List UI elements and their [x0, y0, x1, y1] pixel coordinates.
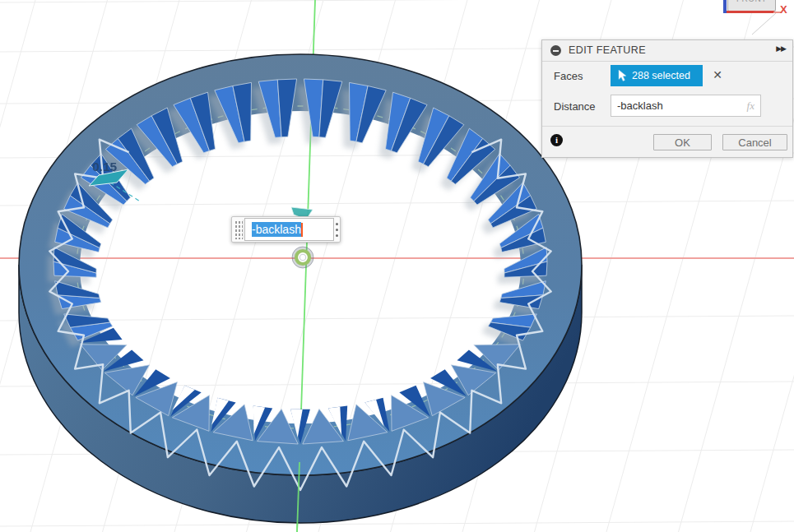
inline-input-menu-button[interactable] [334, 217, 340, 242]
fx-indicator: fx [747, 99, 755, 113]
x-axis-bar [727, 11, 774, 13]
selected-text: -backlash [252, 222, 301, 237]
inline-dimension-editor[interactable]: -backlash [231, 216, 341, 243]
clear-selection-icon[interactable]: ✕ [710, 67, 725, 82]
x-axis-label: X [780, 3, 787, 16]
cancel-button[interactable]: Cancel [722, 134, 787, 150]
expand-panel-icon[interactable]: ▶▶ [776, 44, 786, 53]
distance-label: Distance [554, 100, 596, 113]
cursor-icon [618, 70, 627, 82]
gear-model[interactable] [19, 54, 582, 523]
viewcube-face-label: FRONT [728, 0, 775, 3]
faces-label: Faces [554, 70, 583, 82]
dialog-title: EDIT FEATURE [569, 44, 646, 56]
value-scrub-handle[interactable] [234, 220, 244, 239]
origin-marker[interactable] [292, 247, 313, 268]
info-icon[interactable]: i [550, 134, 563, 146]
edit-feature-dialog[interactable]: EDIT FEATURE ▶▶ Faces 288 selected ✕ Dis… [541, 39, 793, 158]
viewport-canvas[interactable]: 0.15 -backlash FRONT X EDIT FEATURE ▶▶ F… [0, 0, 794, 532]
inline-dimension-input[interactable]: -backlash [244, 218, 334, 241]
collapse-icon[interactable] [550, 45, 561, 56]
ok-button[interactable]: OK [653, 134, 712, 150]
distance-value: -backlash [617, 99, 663, 112]
dimension-value-label[interactable]: 0.15 [92, 160, 118, 173]
distance-input[interactable]: -backlash fx [611, 95, 761, 117]
dialog-footer: i OK Cancel [542, 126, 792, 160]
text-caret [301, 223, 303, 237]
dialog-header[interactable]: EDIT FEATURE ▶▶ [542, 40, 792, 62]
faces-selected-count: 288 selected [632, 70, 690, 81]
faces-selected-badge[interactable]: 288 selected [611, 65, 703, 86]
viewcube-edge-line [752, 13, 776, 35]
